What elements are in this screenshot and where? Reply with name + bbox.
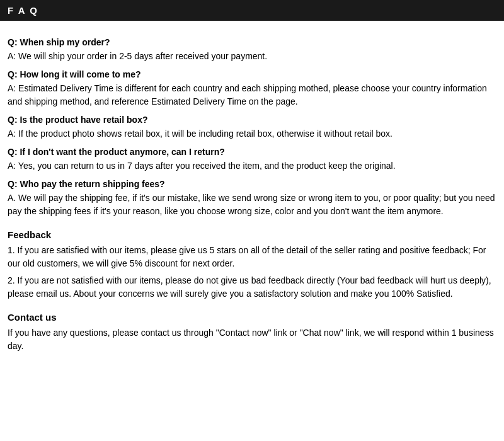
contact-section: Contact us If you have any questions, pl… <box>8 312 496 353</box>
faq-item-1: Q: When ship my order? A: We will ship y… <box>8 37 496 63</box>
answer-1: A: We will ship your order in 2-5 days a… <box>8 50 496 63</box>
content-area: Q: When ship my order? A: We will ship y… <box>0 28 504 360</box>
answer-4: A: Yes, you can return to us in 7 days a… <box>8 159 496 173</box>
contact-title: Contact us <box>8 312 496 323</box>
faq-item-5: Q: Who pay the return shipping fees? A. … <box>8 179 496 218</box>
question-3: Q: Is the product have retail box? <box>8 115 496 125</box>
feedback-title: Feedback <box>8 229 496 240</box>
question-4: Q: If I don't want the product anymore, … <box>8 147 496 157</box>
faq-item-2: Q: How long it will come to me? A: Estim… <box>8 69 496 108</box>
contact-text: If you have any questions, please contac… <box>8 326 496 353</box>
faq-header: F A Q <box>0 0 504 21</box>
feedback-section: Feedback 1. If you are satisfied with ou… <box>8 229 496 301</box>
faq-item-4: Q: If I don't want the product anymore, … <box>8 147 496 173</box>
answer-5: A. We will pay the shipping fee, if it's… <box>8 192 496 218</box>
header-title: F A Q <box>8 5 38 16</box>
question-1: Q: When ship my order? <box>8 37 496 47</box>
question-5: Q: Who pay the return shipping fees? <box>8 179 496 189</box>
feedback-item-2: 2. If you are not satisfied with our ite… <box>8 274 496 301</box>
question-2: Q: How long it will come to me? <box>8 69 496 79</box>
faq-section: Q: When ship my order? A: We will ship y… <box>8 37 496 218</box>
feedback-item-1: 1. If you are satisfied with our items, … <box>8 244 496 270</box>
answer-2: A: Estimated Delivery Time is different … <box>8 82 496 108</box>
faq-item-3: Q: Is the product have retail box? A: If… <box>8 115 496 140</box>
answer-3: A: If the product photo shows retail box… <box>8 127 496 140</box>
